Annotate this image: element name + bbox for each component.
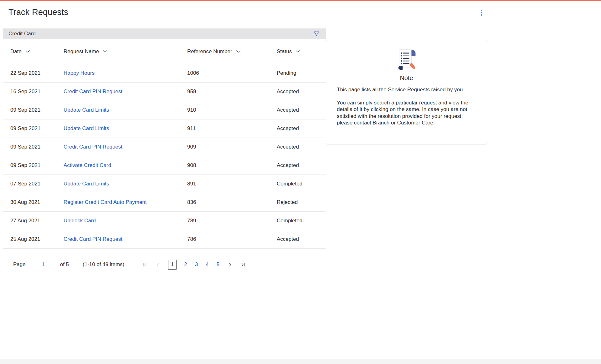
cell-status: Completed bbox=[277, 218, 319, 224]
note-panel: Note This page lists all the Service Req… bbox=[326, 40, 487, 144]
column-header-request-name[interactable]: Request Name bbox=[64, 48, 107, 55]
current-page-indicator: 1 bbox=[168, 260, 177, 270]
cell-reference-number: 958 bbox=[187, 88, 277, 95]
page-input[interactable] bbox=[34, 260, 53, 269]
cell-date: 16 Sep 2021 bbox=[10, 88, 64, 95]
previous-page-icon[interactable] bbox=[154, 261, 162, 268]
cell-status: Accepted bbox=[277, 144, 319, 150]
items-summary: (1-10 of 49 items) bbox=[83, 261, 124, 268]
first-page-icon[interactable] bbox=[141, 261, 149, 268]
cell-date: 22 Sep 2021 bbox=[10, 70, 64, 76]
filter-bar: Credit Card bbox=[3, 28, 326, 39]
cell-reference-number: 786 bbox=[187, 236, 277, 242]
cell-date: 27 Aug 2021 bbox=[10, 218, 64, 224]
page-title: Track Requests bbox=[8, 8, 68, 17]
request-link[interactable]: Unblock Card bbox=[64, 218, 96, 224]
pager-controls: 1 2 3 4 5 bbox=[141, 260, 247, 270]
page-label: Page bbox=[13, 261, 26, 268]
column-header-status[interactable]: Status bbox=[277, 48, 300, 55]
page-header: Track Requests bbox=[0, 1, 601, 24]
cell-reference-number: 908 bbox=[187, 162, 277, 169]
note-document-icon bbox=[396, 48, 418, 73]
request-link[interactable]: Credit Card PIN Request bbox=[64, 144, 122, 150]
cell-date: 30 Aug 2021 bbox=[10, 199, 64, 205]
table-row: 09 Sep 2021 Update Card Limits 911 Accep… bbox=[3, 119, 326, 138]
requests-table: Date Request Name Reference Number Statu… bbox=[3, 39, 326, 249]
note-title: Note bbox=[326, 74, 487, 82]
request-link[interactable]: Activate Credit Card bbox=[64, 162, 111, 168]
page-link-3[interactable]: 3 bbox=[193, 261, 199, 268]
cell-status: Completed bbox=[277, 181, 319, 187]
page-link-4[interactable]: 4 bbox=[204, 261, 210, 268]
table-row: 16 Sep 2021 Credit Card PIN Request 958 … bbox=[3, 83, 326, 101]
chevron-down-icon bbox=[236, 50, 241, 53]
table-row: 27 Aug 2021 Unblock Card 789 Completed bbox=[3, 212, 326, 230]
table-row: 09 Sep 2021 Activate Credit Card 908 Acc… bbox=[3, 156, 326, 175]
cell-reference-number: 911 bbox=[187, 125, 277, 132]
table-header-row: Date Request Name Reference Number Statu… bbox=[3, 39, 326, 64]
cell-date: 25 Aug 2021 bbox=[10, 236, 64, 242]
page-link-2[interactable]: 2 bbox=[182, 261, 188, 268]
cell-status: Rejected bbox=[277, 199, 319, 205]
cell-status: Accepted bbox=[277, 162, 319, 169]
cell-date: 09 Sep 2021 bbox=[10, 107, 64, 113]
cell-status: Pending bbox=[277, 70, 319, 76]
chevron-down-icon bbox=[103, 50, 107, 53]
table-row: 09 Sep 2021 Credit Card PIN Request 909 … bbox=[3, 138, 326, 156]
request-link[interactable]: Update Card Limits bbox=[64, 125, 109, 131]
next-page-icon[interactable] bbox=[226, 261, 234, 268]
column-header-date[interactable]: Date bbox=[10, 48, 30, 55]
cell-reference-number: 909 bbox=[187, 144, 277, 150]
footer-strip bbox=[0, 359, 601, 364]
kebab-menu-icon[interactable] bbox=[478, 9, 485, 17]
cell-status: Accepted bbox=[277, 107, 319, 113]
chevron-down-icon bbox=[295, 50, 300, 53]
filter-icon[interactable] bbox=[312, 30, 321, 38]
cell-reference-number: 789 bbox=[187, 218, 277, 224]
cell-reference-number: 1006 bbox=[187, 70, 277, 76]
pagination: Page of 5 (1-10 of 49 items) 1 2 3 4 5 bbox=[3, 256, 326, 273]
request-link[interactable]: Credit Card PIN Request bbox=[64, 88, 122, 94]
request-link[interactable]: Update Card Limits bbox=[64, 107, 109, 113]
note-paragraph-1: This page lists all the Service Requests… bbox=[337, 86, 476, 93]
chevron-down-icon bbox=[25, 50, 30, 53]
table-row: 30 Aug 2021 Register Credit Card Auto Pa… bbox=[3, 193, 326, 212]
cell-reference-number: 836 bbox=[187, 199, 277, 205]
column-header-reference-number[interactable]: Reference Number bbox=[187, 48, 241, 55]
cell-reference-number: 910 bbox=[187, 107, 277, 113]
cell-date: 09 Sep 2021 bbox=[10, 125, 64, 132]
last-page-icon[interactable] bbox=[239, 261, 247, 268]
table-row: 09 Sep 2021 Update Card Limits 910 Accep… bbox=[3, 101, 326, 119]
cell-status: Accepted bbox=[277, 236, 319, 242]
filter-bar-label: Credit Card bbox=[8, 31, 36, 37]
table-row: 22 Sep 2021 Happy Hours 1006 Pending bbox=[3, 64, 326, 83]
cell-status: Accepted bbox=[277, 88, 319, 95]
funnel-icon bbox=[313, 31, 320, 37]
request-link[interactable]: Credit Card PIN Request bbox=[64, 236, 122, 242]
cell-reference-number: 891 bbox=[187, 181, 277, 187]
cell-date: 09 Sep 2021 bbox=[10, 162, 64, 169]
cell-date: 09 Sep 2021 bbox=[10, 144, 64, 150]
table-row: 25 Aug 2021 Credit Card PIN Request 786 … bbox=[3, 230, 326, 249]
page-count-label: of 5 bbox=[60, 261, 69, 268]
cell-status: Accepted bbox=[277, 125, 319, 132]
cell-date: 07 Sep 2021 bbox=[10, 181, 64, 187]
note-paragraph-2: You can simply search a particular reque… bbox=[337, 99, 476, 126]
table-row: 07 Sep 2021 Update Card Limits 891 Compl… bbox=[3, 175, 326, 193]
request-link[interactable]: Happy Hours bbox=[64, 70, 95, 76]
request-link[interactable]: Update Card Limits bbox=[64, 181, 109, 187]
page-link-5[interactable]: 5 bbox=[215, 261, 221, 268]
request-link[interactable]: Register Credit Card Auto Payment bbox=[64, 199, 147, 205]
